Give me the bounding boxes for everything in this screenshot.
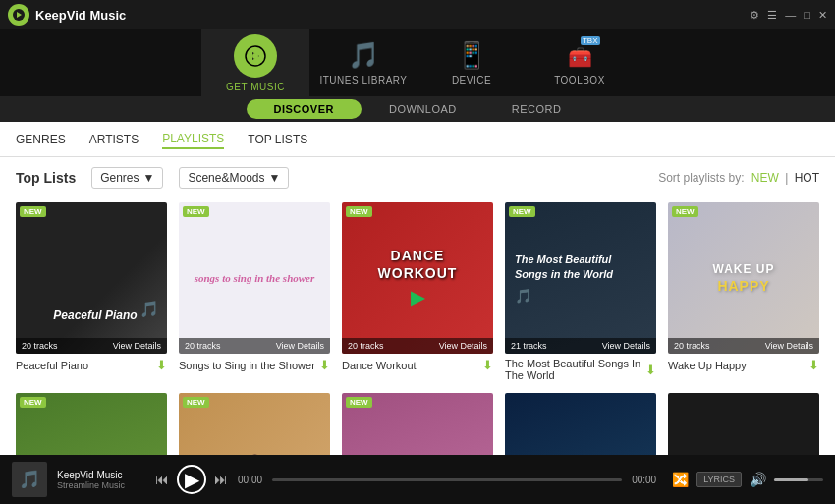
nav-toolbox-label: TOOLBOX [554,75,605,85]
app-name: KeepVid KeepVid MusicMusic [35,8,126,23]
playlist-info-songs-shower: Songs to Sing in the Shower ⬇ [179,358,330,372]
filter-bar: Top Lists Genres ▼ Scene&Moods ▼ Sort pl… [16,167,819,189]
playlist-thumb-row2b: 👶 NEW [179,393,330,455]
new-badge-wake-coffee: NEW [346,397,372,408]
playlist-name-dance-workout: Dance Workout [342,360,482,371]
nav-toolbox[interactable]: 🧰 TBX TOOLBOX [526,29,634,96]
sort-new-button[interactable]: NEW [752,171,779,185]
playlist-overlay-songs-shower: 20 tracks View Details [179,338,330,354]
new-badge-family-road-trip: NEW [20,397,46,408]
content-toolbar: GENRES ARTISTS PLAYLISTS TOP LISTS [0,122,835,157]
prev-button[interactable]: ⏮ [155,472,169,487]
sub-nav-download[interactable]: DOWNLOAD [362,99,484,119]
playlist-card-top100-spotify[interactable]: TOP 100 On Spotify TOP 100 On Spotify ⬇ [668,393,819,455]
nav-get-music-label: GET MUSIC [226,82,285,92]
playlist-card-dance-workout[interactable]: DANCE WORKOUT ▶ NEW 20 tracks View Detai… [342,202,493,381]
device-icon: 📱 [456,40,487,71]
player-bar: 🎵 KeepVid Music Streamline Music ⏮ ▶ ⏭ 0… [0,455,835,504]
playlist-thumb-top-hits: Today's Top Hits [505,393,656,455]
scene-moods-chevron-icon: ▼ [268,171,280,185]
filter-title: Top Lists [16,170,76,186]
lyrics-button[interactable]: LYRICS [696,472,742,487]
new-badge-most-beautiful: NEW [509,206,535,217]
logo-icon [8,4,29,26]
toolbar-playlists[interactable]: PLAYLISTS [162,130,224,149]
new-badge-row2b: NEW [183,397,209,408]
playlist-name-peaceful-piano: Peaceful Piano [16,360,156,371]
shuffle-icon[interactable]: 🔀 [672,472,689,487]
playlist-thumb-peaceful-piano: Peaceful Piano 🎵 NEW 20 tracks View Deta… [16,202,167,354]
window-controls[interactable]: ⚙ ☰ — □ ✕ [750,9,827,22]
genres-chevron-icon: ▼ [143,171,155,185]
nav-itunes-label: ITUNES LIBRARY [319,75,407,85]
playlist-overlay-most-beautiful: 21 tracks View Details [505,338,656,354]
playlist-name-songs-shower: Songs to Sing in the Shower [179,360,319,371]
main-nav: GET MUSIC 🎵 ITUNES LIBRARY 📱 DEVICE 🧰 TB… [0,29,835,96]
download-peaceful-piano[interactable]: ⬇ [156,358,167,372]
player-extra-controls: 🔀 LYRICS 🔊 [672,472,823,487]
new-badge-wake-up-happy: NEW [672,206,698,217]
title-bar: KeepVid KeepVid MusicMusic ⚙ ☰ — □ ✕ [0,0,835,29]
total-time: 00:00 [632,475,656,485]
playlist-info-peaceful-piano: Peaceful Piano ⬇ [16,358,167,372]
toolbox-icon: 🧰 TBX [568,40,592,71]
playlist-info-dance-workout: Dance Workout ⬇ [342,358,493,372]
playlist-thumb-wake-up-happy: WAKE UP HAPPY NEW 20 tracks View Details [668,202,819,354]
sub-nav-discover[interactable]: DISCOVER [247,99,362,119]
settings-icon[interactable]: ⚙ [750,9,759,22]
playlist-card-top-hits[interactable]: Today's Top Hits Today's Top Hits ⬇ [505,393,656,455]
playlist-card-most-beautiful[interactable]: The Most Beautiful Songs in the World 🎵 … [505,202,656,381]
scene-moods-filter-button[interactable]: Scene&Moods ▼ [179,167,289,189]
svg-point-3 [252,53,258,59]
current-time: 00:00 [238,475,262,485]
toolbar-genres[interactable]: GENRES [16,131,66,148]
nav-device-label: DEVICE [452,75,491,85]
menu-icon[interactable]: ☰ [767,9,777,22]
toolbar-top-lists[interactable]: TOP LISTS [248,131,307,148]
sort-hot-button[interactable]: HOT [795,171,819,185]
progress-bar[interactable] [272,478,622,481]
sub-nav-record[interactable]: RECORD [484,99,589,119]
nav-get-music[interactable]: GET MUSIC [201,29,309,96]
playlist-card-row2b[interactable]: 👶 NEW ⬇ [179,393,330,455]
playlist-name-wake-up-happy: Wake Up Happy [668,360,808,371]
view-details-songs-shower[interactable]: View Details [276,341,324,351]
player-thumbnail: 🎵 [12,462,47,497]
playlist-thumb-dance-workout: DANCE WORKOUT ▶ NEW 20 tracks View Detai… [342,202,493,354]
app-logo: KeepVid KeepVid MusicMusic [8,4,126,26]
download-most-beautiful[interactable]: ⬇ [645,363,656,377]
view-details-wake-up-happy[interactable]: View Details [765,341,813,351]
view-details-peaceful-piano[interactable]: View Details [113,341,161,351]
new-badge-songs-shower: NEW [183,206,209,217]
view-details-most-beautiful[interactable]: View Details [602,341,650,351]
volume-fill [774,478,808,481]
nav-device[interactable]: 📱 DEVICE [418,29,526,96]
new-badge-peaceful-piano: NEW [20,206,46,217]
volume-bar[interactable] [774,478,823,481]
sub-nav: DISCOVER DOWNLOAD RECORD [0,96,835,122]
player-info: KeepVid Music Streamline Music [57,470,145,490]
playlist-thumb-family-road-trip: FamilyRoad Trip 🎵 NEW [16,393,167,455]
view-details-dance-workout[interactable]: View Details [439,341,487,351]
download-wake-up-happy[interactable]: ⬇ [808,358,819,372]
playlist-card-songs-shower[interactable]: songs to sing in the shower NEW 20 track… [179,202,330,381]
genres-filter-button[interactable]: Genres ▼ [91,167,163,189]
sort-label: Sort playlists by: NEW | HOT [658,171,819,185]
player-track-title: KeepVid Music [57,470,145,480]
playlist-card-peaceful-piano[interactable]: Peaceful Piano 🎵 NEW 20 tracks View Deta… [16,202,167,381]
playlist-overlay-dance-workout: 20 tracks View Details [342,338,493,354]
playlist-card-wake-up-happy[interactable]: WAKE UP HAPPY NEW 20 tracks View Details… [668,202,819,381]
playlist-thumb-most-beautiful: The Most Beautiful Songs in the World 🎵 … [505,202,656,354]
maximize-button[interactable]: □ [804,9,810,21]
content-area: Top Lists Genres ▼ Scene&Moods ▼ Sort pl… [0,157,835,455]
download-dance-workout[interactable]: ⬇ [482,358,493,372]
next-button[interactable]: ⏭ [214,472,228,487]
toolbar-artists[interactable]: ARTISTS [89,131,139,148]
play-pause-button[interactable]: ▶ [177,465,206,494]
minimize-button[interactable]: — [785,9,796,21]
download-songs-shower[interactable]: ⬇ [319,358,330,372]
nav-itunes-library[interactable]: 🎵 ITUNES LIBRARY [309,29,418,96]
playlist-card-family-road-trip[interactable]: FamilyRoad Trip 🎵 NEW Family Road Trip ⬇ [16,393,167,455]
close-button[interactable]: ✕ [818,9,827,22]
playlist-card-wake-coffee[interactable]: Wake Up and Smell the Coffee NEW Wake Up… [342,393,493,455]
